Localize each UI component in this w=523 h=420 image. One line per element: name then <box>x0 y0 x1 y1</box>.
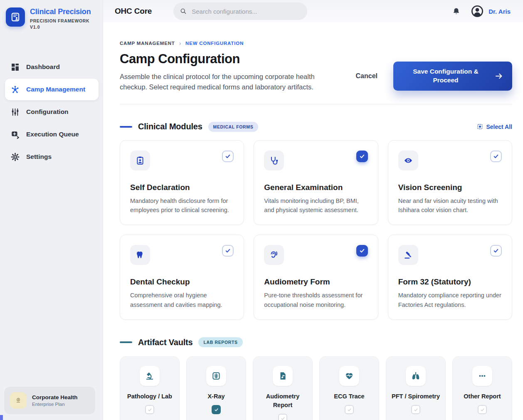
artifact-icon-wrap <box>406 366 426 386</box>
artifact-title: PFT / Spirometry <box>390 392 441 401</box>
sidebar-item-dashboard[interactable]: Dashboard <box>5 56 99 78</box>
artifact-title: ECG Trace <box>324 392 375 401</box>
brand-logo <box>6 7 25 27</box>
breadcrumb-parent[interactable]: CAMP MANAGEMENT <box>120 41 175 46</box>
check-icon <box>359 153 365 159</box>
module-checkbox[interactable] <box>490 245 502 257</box>
artifact-checkbox[interactable] <box>478 405 487 414</box>
module-card-form-32[interactable]: Form 32 (Statutory) Mandatory compliance… <box>388 235 512 320</box>
search-input[interactable] <box>192 8 301 15</box>
artifacts-section-badge: LAB REPORTS <box>198 337 242 347</box>
select-all-button[interactable]: Select All <box>477 124 512 130</box>
module-checkbox[interactable] <box>222 245 234 257</box>
arrow-right-icon <box>495 72 503 80</box>
header-actions: Cancel Save Configuration & Proceed <box>356 40 512 92</box>
search-bar[interactable] <box>173 2 307 20</box>
module-card-vision-screening[interactable]: Vision Screening Near and far vision acu… <box>388 140 512 225</box>
module-description: Pure-tone thresholds assessment for occu… <box>264 291 368 309</box>
artifact-title: Other Report <box>457 392 508 401</box>
module-card-general-examination[interactable]: General Examination Vitals monitoring in… <box>254 140 378 225</box>
brand-subtitle: PRECISION FRAMEWORK V1.0 <box>30 18 92 30</box>
module-checkbox[interactable] <box>490 151 502 162</box>
breadcrumb-current: NEW CONFIGURATION <box>185 41 244 46</box>
sidebar-nav: Dashboard Camp Management <box>5 56 99 168</box>
notifications-button[interactable] <box>452 7 460 15</box>
artifact-checkbox[interactable] <box>345 405 354 414</box>
dashboard-icon <box>11 63 20 72</box>
xray-icon <box>212 371 221 380</box>
module-card-dental-checkup[interactable]: Dental Checkup Comprehensive oral hygien… <box>120 235 244 320</box>
ellipsis-icon <box>478 371 487 380</box>
search-icon <box>180 8 187 15</box>
module-card-audiometry-form[interactable]: Audiometry Form Pure-tone thresholds ass… <box>254 235 378 320</box>
artifact-title: Pathology / Lab <box>124 392 175 401</box>
artifact-card-other-report[interactable]: Other Report <box>452 356 512 420</box>
cancel-button[interactable]: Cancel <box>356 72 377 80</box>
eye-icon <box>404 156 413 165</box>
module-icon-wrap <box>130 245 150 265</box>
sidebar: Clinical Precision PRECISION FRAMEWORK V… <box>0 0 103 420</box>
sidebar-item-camp-management[interactable]: Camp Management <box>5 79 99 100</box>
sliders-icon <box>11 108 20 116</box>
module-checkbox[interactable] <box>356 245 368 257</box>
module-description: Mandatory compliance reporting under Fac… <box>398 291 502 309</box>
module-title: Audiometry Form <box>264 277 368 287</box>
check-icon <box>214 408 219 412</box>
module-checkbox[interactable] <box>222 151 234 162</box>
artifact-card-ecg-trace[interactable]: ECG Trace <box>319 356 379 420</box>
plan-card[interactable]: Corporate Health Enterprise Plan <box>4 387 95 414</box>
sidebar-item-label: Configuration <box>26 108 69 116</box>
topbar: OHC Core <box>103 0 523 22</box>
plan-title: Corporate Health <box>32 394 78 400</box>
sidebar-item-label: Camp Management <box>26 86 85 93</box>
corner-artifact <box>0 415 3 420</box>
network-icon <box>11 85 20 94</box>
gavel-icon <box>404 250 413 259</box>
brand-name: Clinical Precision <box>30 7 92 16</box>
module-icon-wrap <box>130 151 150 170</box>
artifact-card-xray[interactable]: X-Ray <box>186 356 246 420</box>
module-title: Vision Screening <box>398 183 502 192</box>
page-header-left: CAMP MANAGEMENT › NEW CONFIGURATION Camp… <box>120 40 356 92</box>
artifact-icon-wrap <box>140 366 160 386</box>
ear-icon <box>269 250 279 259</box>
avatar-icon <box>471 5 484 17</box>
main-column: OHC Core <box>103 0 523 420</box>
module-card-self-declaration[interactable]: Self Declaration Mandatory health disclo… <box>120 140 244 225</box>
module-title: General Examination <box>264 183 368 192</box>
page-description: Assemble the clinical protocol for the u… <box>120 72 330 92</box>
artifact-card-audiometry-report[interactable]: Audiometry Report <box>253 356 313 420</box>
check-icon <box>359 248 365 254</box>
stethoscope-icon <box>269 156 279 165</box>
artifact-checkbox[interactable] <box>145 405 154 414</box>
lungs-icon <box>411 371 420 380</box>
sidebar-item-execution-queue[interactable]: Execution Queue <box>5 124 99 145</box>
artifacts-section-header: Artifact Vaults LAB REPORTS <box>120 337 512 347</box>
module-title: Self Declaration <box>130 183 234 192</box>
plan-text: Corporate Health Enterprise Plan <box>32 394 78 407</box>
bell-icon <box>452 7 460 15</box>
page-header: CAMP MANAGEMENT › NEW CONFIGURATION Camp… <box>120 40 512 92</box>
page-title: Camp Configuration <box>120 52 356 67</box>
check-icon <box>480 408 485 412</box>
check-icon <box>225 153 231 159</box>
sidebar-item-label: Dashboard <box>26 63 60 71</box>
artifact-checkbox[interactable] <box>411 405 420 414</box>
modules-section-title: Clinical Modules <box>138 122 202 131</box>
artifact-card-pft-spirometry[interactable]: PFT / Spirometry <box>386 356 446 420</box>
artifact-title: Audiometry Report <box>257 392 308 410</box>
user-menu[interactable]: Dr. Aris <box>471 5 511 17</box>
sidebar-item-configuration[interactable]: Configuration <box>5 101 99 123</box>
artifact-checkbox[interactable] <box>278 414 287 420</box>
clipboard-user-icon <box>136 156 145 165</box>
modules-section-header: Clinical Modules MEDICAL FORMS Select Al… <box>120 122 512 132</box>
save-configuration-button[interactable]: Save Configuration & Proceed <box>393 62 512 91</box>
sidebar-item-settings[interactable]: Settings <box>5 146 99 168</box>
artifact-checkbox[interactable] <box>212 405 221 414</box>
brand: Clinical Precision PRECISION FRAMEWORK V… <box>5 6 99 32</box>
module-icon-wrap <box>398 245 418 265</box>
microscope-icon <box>145 371 154 380</box>
module-checkbox[interactable] <box>356 151 368 162</box>
header-divider <box>120 104 512 104</box>
artifact-card-pathology-lab[interactable]: Pathology / Lab <box>120 356 180 420</box>
